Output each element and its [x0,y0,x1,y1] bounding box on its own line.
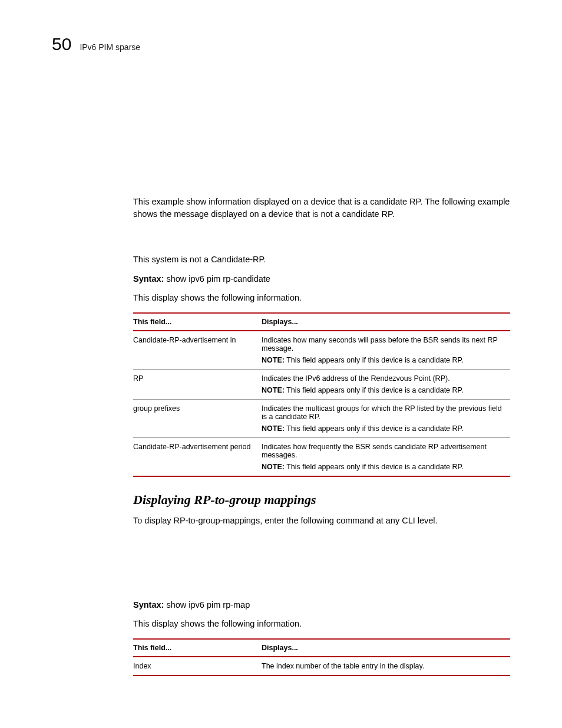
field-name: Index [133,657,262,676]
note-label: NOTE: [262,386,285,394]
desc-text: Indicates how frequently the BSR sends c… [262,443,507,459]
syntax-label: Syntax: [133,600,164,610]
syntax-line-1: Syntax: show ipv6 pim rp-candidate [133,274,510,284]
running-title: IPv6 PIM sparse [80,42,140,52]
table-row: Index The index number of the table entr… [133,657,510,676]
col-header-field: This field... [133,313,262,331]
intro-paragraph: This example show information displayed … [133,196,510,220]
page: 50 IPv6 PIM sparse This example show inf… [0,0,562,676]
syntax-command: show ipv6 pim rp-map [164,600,250,610]
field-name: Candidate-RP-advertisement in [133,331,262,370]
note-text: This field appears only if this device i… [285,424,464,433]
note-label: NOTE: [262,463,285,471]
field-desc: Indicates how frequently the BSR sends c… [262,438,510,477]
note-text: This field appears only if this device i… [285,356,464,364]
note-text: This field appears only if this device i… [285,463,464,471]
running-header: 50 IPv6 PIM sparse [52,34,510,54]
field-name: Candidate-RP-advertisement period [133,438,262,477]
syntax-label: Syntax: [133,274,164,284]
display-intro-2: This display shows the following informa… [133,618,510,630]
note-line: NOTE: This field appears only if this de… [262,356,507,364]
spacer [133,535,510,600]
col-header-field: This field... [133,639,262,657]
not-candidate-line: This system is not a Candidate-RP. [133,253,510,266]
desc-text: Indicates how many seconds will pass bef… [262,336,507,353]
table-row: RP Indicates the IPv6 address of the Ren… [133,370,510,400]
col-header-displays: Displays... [262,313,510,331]
syntax-command: show ipv6 pim rp-candidate [164,274,270,284]
note-label: NOTE: [262,424,285,433]
syntax-line-2: Syntax: show ipv6 pim rp-map [133,600,510,610]
table-header-row: This field... Displays... [133,313,510,331]
display-intro-1: This display shows the following informa… [133,292,510,304]
field-desc: Indicates how many seconds will pass bef… [262,331,510,370]
note-line: NOTE: This field appears only if this de… [262,424,507,433]
field-desc: Indicates the multicast groups for which… [262,400,510,438]
note-line: NOTE: This field appears only if this de… [262,463,507,471]
section-heading: Displaying RP-to-group mappings [133,492,510,508]
note-label: NOTE: [262,356,285,364]
desc-text: The index number of the table entry in t… [262,662,507,670]
page-number: 50 [52,34,71,54]
fields-table-2: This field... Displays... Index The inde… [133,638,510,676]
col-header-displays: Displays... [262,639,510,657]
desc-text: Indicates the multicast groups for which… [262,404,507,421]
table-row: group prefixes Indicates the multicast g… [133,400,510,438]
field-desc: The index number of the table entry in t… [262,657,510,676]
fields-table-1: This field... Displays... Candidate-RP-a… [133,312,510,477]
field-desc: Indicates the IPv6 address of the Rendez… [262,370,510,400]
desc-text: Indicates the IPv6 address of the Rendez… [262,374,507,383]
field-name: RP [133,370,262,400]
table-row: Candidate-RP-advertisement in Indicates … [133,331,510,370]
table-row: Candidate-RP-advertisement period Indica… [133,438,510,477]
note-line: NOTE: This field appears only if this de… [262,386,507,394]
table-header-row: This field... Displays... [133,639,510,657]
note-text: This field appears only if this device i… [285,386,464,394]
content-area: This example show information displayed … [133,196,510,676]
field-name: group prefixes [133,400,262,438]
section-paragraph: To display RP-to-group-mappings, enter t… [133,515,510,527]
